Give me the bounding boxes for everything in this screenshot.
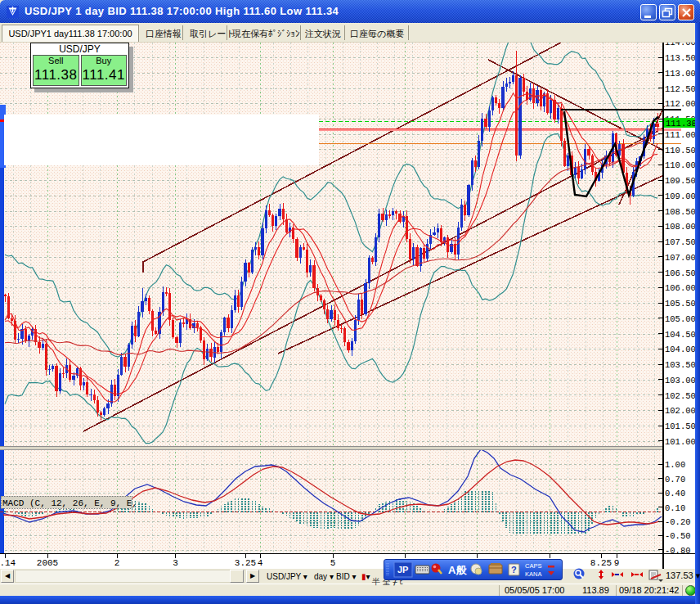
svg-text:-0.80: -0.80 xyxy=(665,546,691,556)
svg-text:109.50: 109.50 xyxy=(665,176,696,186)
svg-text:3: 3 xyxy=(173,558,178,568)
svg-text:101.00: 101.00 xyxy=(665,437,696,447)
svg-text:2005: 2005 xyxy=(37,558,58,568)
svg-text:102.00: 102.00 xyxy=(665,406,696,416)
svg-text:112.50: 112.50 xyxy=(665,84,696,94)
svg-text:A般: A般 xyxy=(448,564,467,576)
svg-text:107.00: 107.00 xyxy=(665,253,696,263)
svg-text:106.00: 106.00 xyxy=(665,283,696,293)
svg-text:0.70: 0.70 xyxy=(665,475,685,485)
svg-text:105.00: 105.00 xyxy=(665,314,696,324)
svg-text:110.00: 110.00 xyxy=(665,160,696,170)
svg-text:0.40: 0.40 xyxy=(665,489,685,498)
svg-text:103.50: 103.50 xyxy=(665,360,696,370)
svg-text:110.50: 110.50 xyxy=(665,146,696,156)
svg-text:101.50: 101.50 xyxy=(665,421,696,431)
svg-text:103.00: 103.00 xyxy=(665,376,696,385)
svg-text:8.25: 8.25 xyxy=(590,558,612,568)
svg-text:112.00: 112.00 xyxy=(665,99,696,109)
svg-text:111.00: 111.00 xyxy=(665,130,696,140)
svg-text:107.50: 107.50 xyxy=(665,237,696,247)
svg-text:0.10: 0.10 xyxy=(665,503,685,513)
svg-text:108.50: 108.50 xyxy=(665,207,696,217)
svg-text:3.25: 3.25 xyxy=(235,558,256,568)
svg-text:105.50: 105.50 xyxy=(665,299,696,309)
svg-text:2: 2 xyxy=(114,558,120,568)
svg-text:9: 9 xyxy=(614,558,620,568)
svg-text:CAPS: CAPS xyxy=(525,562,541,570)
svg-text:108.00: 108.00 xyxy=(665,222,696,232)
svg-text:?: ? xyxy=(511,565,517,575)
svg-text:MACD (C, 12, 26, E, 9, E,: MACD (C, 12, 26, E, 9, E, xyxy=(2,498,137,508)
svg-text:4: 4 xyxy=(258,558,263,568)
svg-text:104.00: 104.00 xyxy=(665,345,696,354)
svg-text:113.50: 113.50 xyxy=(665,53,696,63)
svg-text:JP: JP xyxy=(397,565,408,575)
svg-text:-0.20: -0.20 xyxy=(665,517,691,527)
svg-text:5: 5 xyxy=(330,558,336,568)
svg-text:2.14: 2.14 xyxy=(0,558,16,568)
svg-text:114.00: 114.00 xyxy=(665,43,696,47)
svg-text:104.50: 104.50 xyxy=(665,330,696,340)
svg-text:102.50: 102.50 xyxy=(665,391,696,401)
svg-text:111.38: 111.38 xyxy=(666,119,697,128)
svg-text:-0.50: -0.50 xyxy=(665,531,691,541)
svg-text:106.50: 106.50 xyxy=(665,268,696,278)
svg-text:KANA: KANA xyxy=(525,570,541,578)
svg-text:109.00: 109.00 xyxy=(665,192,696,201)
svg-text:1.00: 1.00 xyxy=(665,460,685,470)
svg-text:113.00: 113.00 xyxy=(665,69,696,79)
